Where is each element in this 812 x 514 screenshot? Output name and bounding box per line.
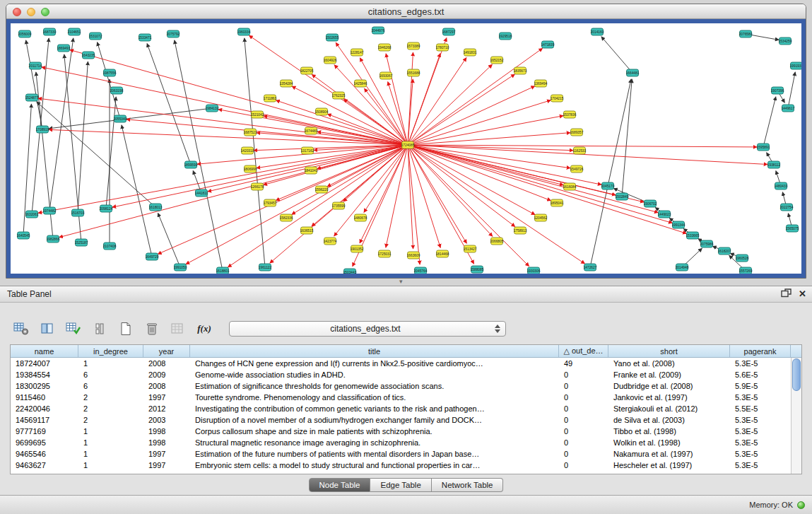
column-header-short[interactable]: short	[608, 345, 730, 357]
graph-node[interactable]: 1930306	[527, 267, 541, 274]
cell-out_de[interactable]: 0	[559, 427, 608, 436]
graph-node[interactable]: 2014160	[591, 28, 604, 35]
graph-node[interactable]: 1531072	[89, 33, 102, 40]
cell-year[interactable]: 1997	[143, 450, 190, 458]
cell-pagerank[interactable]: 5.3E-5	[730, 416, 791, 424]
cell-year[interactable]: 2003	[143, 416, 190, 424]
column-header-title[interactable]: title	[190, 345, 559, 357]
graph-node[interactable]: 1724085	[401, 141, 415, 148]
graph-node[interactable]: 1573389	[407, 42, 420, 49]
graph-node[interactable]: 1991938	[790, 62, 801, 69]
graph-node[interactable]: 1533665	[686, 232, 700, 239]
graph-node[interactable]: 1618801	[216, 267, 230, 274]
graph-edge[interactable]	[408, 145, 551, 201]
cell-in_degree[interactable]: 6	[78, 382, 143, 390]
graph-node[interactable]: 1449023	[658, 211, 671, 218]
cell-title[interactable]: Corpus callosum shape and size in male p…	[190, 427, 559, 436]
graph-node[interactable]: 1758913	[514, 227, 527, 234]
graph-node[interactable]: 1449617	[782, 105, 795, 112]
close-panel-button[interactable]: ✕	[799, 288, 806, 299]
cell-title[interactable]: Genome-wide association studies in ADHD.	[190, 370, 559, 379]
graph-node[interactable]: 1228147	[351, 49, 364, 56]
graph-node[interactable]: 1524877	[25, 94, 39, 101]
graph-edge[interactable]	[408, 133, 570, 145]
cell-in_degree[interactable]: 2	[78, 416, 143, 424]
graph-edge[interactable]	[408, 64, 492, 145]
graph-edge[interactable]	[147, 43, 191, 165]
cell-out_de[interactable]: 0	[559, 416, 608, 424]
graph-edge[interactable]	[26, 40, 42, 129]
memory-status[interactable]: Memory: OK	[749, 501, 805, 509]
graph-node[interactable]: 2045764	[414, 267, 428, 274]
graph-node[interactable]: 2076580	[739, 30, 753, 37]
graph-node[interactable]: 1984132	[206, 105, 219, 112]
cell-title[interactable]: Changes of HCN gene expression and I(f) …	[190, 359, 559, 368]
graph-node[interactable]: 1693067	[379, 72, 393, 79]
cell-name[interactable]: 9699695	[11, 438, 78, 447]
graph-edge[interactable]	[336, 42, 408, 145]
window-titlebar[interactable]: citations_edges.txt	[6, 4, 806, 19]
graph-node[interactable]: 1946268	[378, 44, 392, 51]
cell-name[interactable]: 9463627	[11, 461, 78, 469]
cell-pagerank[interactable]: 5.5E-5	[730, 404, 791, 413]
cell-short[interactable]: Tibbo et al. (1998)	[608, 427, 730, 436]
table-row[interactable]: 1938455462009Genome-wide association stu…	[11, 369, 791, 380]
cell-in_degree[interactable]: 1	[78, 438, 143, 447]
graph-edge[interactable]	[408, 48, 543, 145]
cell-short[interactable]: Jankovic et al. (1997)	[608, 393, 730, 402]
function-builder-button[interactable]: f(x)	[194, 319, 214, 339]
graph-node[interactable]: 1204562	[534, 214, 548, 221]
graph-edge[interactable]	[408, 145, 767, 165]
column-header-name[interactable]: name	[11, 345, 78, 357]
cell-pagerank[interactable]: 5.3E-5	[730, 359, 791, 368]
graph-node[interactable]: 1618013	[149, 204, 163, 211]
graph-node[interactable]: 1735599	[332, 202, 346, 209]
graph-node[interactable]: 1907396	[771, 87, 784, 94]
cell-title[interactable]: Structural magnetic resonance image aver…	[190, 438, 559, 447]
graph-edge[interactable]	[249, 35, 408, 145]
graph-edge[interactable]	[408, 86, 535, 145]
graph-node[interactable]: 1649729	[146, 253, 159, 260]
table-row[interactable]: 2242004622012Investigating the contribut…	[11, 403, 791, 414]
cell-in_degree[interactable]: 1	[78, 427, 143, 436]
table-row[interactable]: 911546021997Tourette syndrome. Phenomeno…	[11, 392, 791, 403]
graph-node[interactable]: 1441811	[195, 189, 208, 197]
cell-name[interactable]: 19384554	[11, 370, 78, 379]
graph-edge[interactable]	[112, 145, 408, 207]
cell-pagerank[interactable]: 5.3E-5	[730, 450, 791, 458]
graph-node[interactable]: 1793457	[264, 199, 277, 206]
graph-node[interactable]: 1471839	[541, 41, 555, 48]
cell-short[interactable]: Dudbridge et al. (2008)	[608, 382, 730, 390]
cell-title[interactable]: Investigating the contribution of common…	[190, 404, 559, 413]
graph-edge[interactable]	[228, 145, 408, 267]
graph-node[interactable]: 2075986	[700, 240, 714, 247]
graph-edge[interactable]	[408, 100, 551, 145]
delete-button[interactable]	[142, 319, 162, 339]
cell-name[interactable]: 18300295	[11, 382, 78, 390]
graph-edge[interactable]	[601, 37, 632, 73]
graph-node[interactable]: 1938112	[767, 161, 781, 168]
graph-node[interactable]: 1725031	[378, 250, 392, 257]
graph-node[interactable]: 1502655	[326, 34, 339, 41]
graph-node[interactable]: 1480433	[775, 182, 788, 189]
graph-node[interactable]: 1480678	[354, 214, 367, 221]
table-check-button[interactable]	[64, 319, 83, 339]
network-graph[interactable]: 1724085116253315497261616084189504112045…	[11, 23, 801, 274]
graph-node[interactable]: 2055340	[114, 115, 127, 122]
vertical-scrollbar[interactable]	[791, 358, 801, 474]
graph-node[interactable]: 1420310	[241, 147, 254, 154]
graph-node[interactable]: 1557269	[739, 267, 753, 274]
graph-node[interactable]: 1814468	[436, 250, 449, 257]
graph-node[interactable]: 1266178	[251, 183, 264, 190]
graph-node[interactable]: 2045170	[601, 182, 615, 189]
graph-node[interactable]: 1618207	[718, 247, 731, 255]
cell-year[interactable]: 1997	[143, 393, 190, 402]
graph-node[interactable]: 1549726	[570, 165, 584, 173]
graph-node[interactable]: 1162533	[573, 147, 587, 154]
network-canvas[interactable]: 1724085116253315497261616084189504112045…	[6, 19, 806, 278]
cell-title[interactable]: Estimation of significance thresholds fo…	[190, 382, 559, 390]
graph-node[interactable]: 1472627	[584, 264, 597, 271]
graph-node[interactable]: 1508904	[315, 108, 329, 115]
cell-pagerank[interactable]: 5.9E-5	[730, 382, 791, 390]
cell-pagerank[interactable]: 5.3E-5	[730, 438, 791, 447]
